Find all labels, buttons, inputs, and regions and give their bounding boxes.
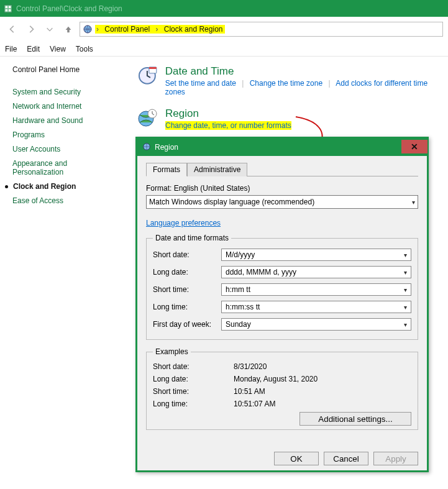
language-preferences-link[interactable]: Language preferences	[146, 219, 221, 227]
short-date-value: M/d/yyyy	[226, 250, 255, 259]
sidebar-current-row: Clock and Region	[5, 182, 118, 191]
long-time-label: Long time:	[153, 303, 221, 311]
svg-rect-4	[9, 9, 11, 11]
ex-short-date-label: Short date:	[153, 362, 234, 371]
svg-rect-1	[6, 6, 8, 8]
forward-button[interactable]	[24, 22, 39, 37]
tabstrip: Formats Administrative	[146, 162, 418, 176]
sidebar-item[interactable]: Hardware and Sound	[12, 116, 118, 125]
chevron-down-icon	[404, 320, 407, 329]
short-time-value: h:mm tt	[226, 285, 250, 294]
sidebar-item[interactable]: Ease of Access	[12, 196, 118, 205]
section-datetime: Date and Time Set the time and date | Ch…	[137, 65, 448, 96]
ex-short-time-value: 10:51 AM	[234, 387, 265, 396]
sidebar-item[interactable]: Appearance and Personalization	[12, 159, 118, 176]
region-dialog: Region ✕ Formats Administrative Format: …	[135, 137, 429, 472]
short-time-select[interactable]: h:mm tt	[221, 283, 411, 296]
dialog-titlebar[interactable]: Region ✕	[137, 139, 427, 156]
first-day-label: First day of week:	[153, 320, 221, 329]
window-title: Control Panel\Clock and Region	[16, 4, 122, 13]
recent-dropdown[interactable]	[42, 22, 57, 37]
format-label: Format: English (United States)	[146, 184, 418, 193]
format-select-value: Match Windows display language (recommen…	[149, 198, 314, 206]
bullet-icon	[5, 185, 8, 188]
group-legend: Examples	[153, 347, 191, 356]
ex-long-date-label: Long date:	[153, 375, 234, 383]
long-time-select[interactable]: h:mm:ss tt	[221, 301, 411, 313]
svg-rect-8	[149, 67, 157, 69]
up-button[interactable]	[61, 22, 76, 37]
separator: |	[324, 79, 334, 88]
short-time-label: Short time:	[153, 285, 221, 294]
dialog-footer: OK Cancel Apply	[274, 452, 418, 465]
chevron-down-icon	[404, 250, 407, 259]
sidebar-item[interactable]: Network and Internet	[12, 102, 118, 111]
section-title[interactable]: Region	[165, 107, 291, 120]
ex-long-time-value: 10:51:07 AM	[234, 400, 275, 408]
ex-long-time-label: Long time:	[153, 400, 234, 408]
group-legend: Date and time formats	[153, 234, 231, 242]
tab-formats[interactable]: Formats	[146, 163, 187, 176]
link-change-zone[interactable]: Change the time zone	[250, 79, 322, 88]
sidebar-current[interactable]: Clock and Region	[13, 182, 76, 191]
breadcrumb-seg2[interactable]: Clock and Region	[162, 25, 226, 34]
globe-icon	[142, 142, 151, 153]
link-set-time[interactable]: Set the time and date	[165, 79, 236, 88]
sidebar-item[interactable]: Programs	[12, 130, 118, 139]
menu-file[interactable]: File	[5, 45, 17, 53]
chevron-down-icon	[404, 285, 407, 294]
chevron-down-icon	[404, 268, 407, 276]
long-date-label: Long date:	[153, 268, 221, 276]
tab-administrative[interactable]: Administrative	[187, 163, 247, 176]
navbar: › Control Panel › Clock and Region	[0, 17, 448, 42]
first-day-select[interactable]: Sunday	[221, 318, 411, 331]
section-title[interactable]: Date and Time	[165, 65, 448, 78]
svg-rect-2	[9, 6, 11, 8]
sidebar-item[interactable]: User Accounts	[12, 145, 118, 153]
ex-long-date-value: Monday, August 31, 2020	[234, 375, 318, 383]
clock-icon	[137, 65, 158, 86]
chevron-right-icon: ›	[154, 25, 159, 34]
section-region: Region Change date, time, or number form…	[137, 107, 448, 130]
ex-short-time-label: Short time:	[153, 387, 234, 396]
examples-group: Examples Short date:8/31/2020 Long date:…	[146, 347, 418, 430]
menu-view[interactable]: View	[50, 45, 66, 53]
additional-settings-button[interactable]: Additional settings...	[299, 412, 411, 426]
menu-edit[interactable]: Edit	[27, 45, 40, 53]
window-titlebar: Control Panel\Clock and Region	[0, 0, 448, 17]
breadcrumb-seg1[interactable]: Control Panel	[102, 25, 152, 34]
chevron-right-icon: ›	[95, 25, 100, 34]
sidebar: Control Panel Home System and Security N…	[12, 65, 118, 205]
format-select[interactable]: Match Windows display language (recommen…	[146, 195, 418, 209]
menubar: File Edit View Tools	[0, 42, 448, 57]
breadcrumb-highlight: › Control Panel › Clock and Region	[95, 25, 225, 34]
sidebar-item[interactable]: System and Security	[12, 88, 118, 96]
ex-short-date-value: 8/31/2020	[234, 362, 267, 371]
address-bar[interactable]: › Control Panel › Clock and Region	[80, 22, 443, 37]
chevron-down-icon	[412, 198, 415, 206]
link-change-formats[interactable]: Change date, time, or number formats	[165, 121, 291, 130]
short-date-label: Short date:	[153, 250, 221, 259]
ok-button[interactable]: OK	[274, 452, 319, 465]
cancel-button[interactable]: Cancel	[324, 452, 368, 465]
close-button[interactable]: ✕	[401, 140, 427, 153]
chevron-down-icon	[404, 303, 407, 311]
dialog-title: Region	[155, 143, 178, 152]
svg-rect-3	[6, 9, 8, 11]
control-panel-icon	[4, 4, 12, 13]
long-time-value: h:mm:ss tt	[226, 303, 260, 311]
location-icon	[83, 24, 93, 34]
menu-tools[interactable]: Tools	[76, 45, 93, 53]
long-date-value: dddd, MMMM d, yyyy	[226, 268, 296, 276]
date-time-formats-group: Date and time formats Short date:M/d/yyy…	[146, 234, 418, 340]
first-day-value: Sunday	[226, 320, 251, 329]
long-date-select[interactable]: dddd, MMMM d, yyyy	[221, 266, 411, 278]
back-button[interactable]	[5, 22, 20, 37]
sidebar-home[interactable]: Control Panel Home	[12, 65, 118, 74]
globe-clock-icon	[137, 107, 158, 129]
separator: |	[238, 79, 247, 88]
apply-button[interactable]: Apply	[373, 452, 418, 465]
short-date-select[interactable]: M/d/yyyy	[221, 249, 411, 261]
